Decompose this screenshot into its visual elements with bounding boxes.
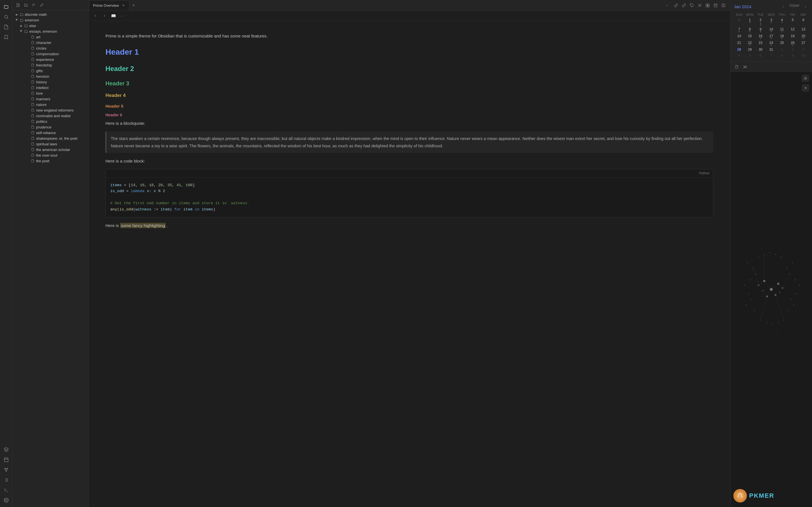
cal-day-10[interactable]: 10 — [766, 26, 776, 33]
tree-item-self-reliance[interactable]: self-reliance — [12, 130, 88, 135]
cal-day-6[interactable]: 6 — [798, 17, 809, 26]
cal-day-27[interactable]: 27 — [798, 40, 809, 47]
cal-day-5[interactable]: 5 — [788, 17, 798, 26]
cal-day-17[interactable]: 17 — [766, 33, 776, 40]
tree-item-experience[interactable]: experience — [12, 57, 88, 62]
cal-prev-button[interactable]: ‹ — [780, 3, 786, 10]
tree-item-manners[interactable]: manners — [12, 96, 88, 102]
graph-file-icon[interactable] — [733, 64, 740, 70]
activity-icon-file[interactable] — [2, 22, 11, 32]
tree-item-friendship[interactable]: friendship — [12, 62, 88, 68]
activity-icon-folder[interactable] — [2, 2, 11, 11]
tree-item-american-scholar[interactable]: the american scholar — [12, 147, 88, 152]
activity-icon-terminal[interactable] — [2, 486, 11, 495]
tree-item-new-england-reformers[interactable]: new england reformers — [12, 107, 88, 113]
cal-day-2[interactable]: 2 — [755, 17, 766, 26]
tab-prime-overview[interactable]: Prime Overview ✕ — [90, 0, 130, 10]
cal-day-24[interactable]: 24 — [766, 40, 776, 47]
graph-settings-button[interactable]: ⚙ — [802, 75, 809, 82]
cal-day-6-next[interactable]: 6 — [755, 53, 766, 58]
cal-day-3[interactable]: 3 — [766, 17, 776, 26]
activity-icon-settings[interactable] — [2, 496, 11, 505]
cal-day-31-prev[interactable]: 31 — [734, 17, 744, 26]
activity-icon-search[interactable] — [2, 12, 11, 21]
cal-day-1[interactable]: 1 — [745, 17, 755, 26]
tree-item-the-poet[interactable]: the poet — [12, 158, 88, 164]
cal-day-19[interactable]: 19 — [788, 33, 798, 40]
calendar-icon-tab[interactable] — [712, 2, 719, 9]
cal-day-7[interactable]: 7 — [734, 26, 744, 33]
cal-day-11[interactable]: 11 — [777, 26, 787, 33]
tree-item-love[interactable]: love — [12, 91, 88, 96]
cal-day-8-next[interactable]: 8 — [777, 53, 787, 58]
tree-item-history[interactable]: history — [12, 79, 88, 85]
cal-day-20[interactable]: 20 — [798, 33, 809, 40]
cal-day-30[interactable]: 30 — [755, 47, 766, 52]
cal-day-18[interactable]: 18 — [777, 33, 787, 40]
tree-item-nature[interactable]: nature — [12, 102, 88, 107]
activity-icon-bookmark[interactable] — [2, 33, 11, 42]
collapse-all-icon[interactable] — [38, 2, 45, 8]
tree-item-the-over-soul[interactable]: the over-soul — [12, 152, 88, 158]
tree-item-gifts[interactable]: gifts — [12, 68, 88, 73]
tree-item-nonimalist[interactable]: nonimalist and realist — [12, 113, 88, 119]
outline-icon[interactable] — [696, 2, 703, 9]
cal-day-26[interactable]: 26 — [788, 40, 798, 47]
cal-day-7-next[interactable]: 7 — [766, 53, 776, 58]
tree-item-intellect[interactable]: intellect — [12, 85, 88, 91]
tab-close-button[interactable]: ✕ — [121, 3, 126, 8]
tree-item-circles[interactable]: circles — [12, 45, 88, 51]
tree-item-emerson[interactable]: ▶ emerson — [12, 17, 88, 23]
cal-day-10-next[interactable]: 10 — [798, 53, 809, 58]
tree-item-heroism[interactable]: heroism — [12, 73, 88, 79]
cal-day-31[interactable]: 31 — [766, 47, 776, 52]
cal-day-29[interactable]: 29 — [745, 47, 755, 52]
cal-day-8[interactable]: 8 — [745, 26, 755, 33]
cal-day-22[interactable]: 22 — [745, 40, 755, 47]
activity-icon-calendar[interactable] — [2, 455, 11, 464]
cal-day-9-next[interactable]: 9 — [788, 53, 798, 58]
cards-icon[interactable] — [704, 2, 711, 9]
tag-icon[interactable] — [689, 2, 695, 9]
more-options-icon[interactable]: ··· — [119, 12, 126, 19]
cal-day-12[interactable]: 12 — [788, 26, 798, 33]
reading-view-icon[interactable]: 📖 — [110, 12, 117, 19]
cal-day-14[interactable]: 14 — [734, 33, 744, 40]
code-block[interactable]: items = [14, 16, 18, 20, 35, 41, 100] is… — [106, 178, 713, 217]
tree-item-art[interactable]: art — [12, 34, 88, 40]
link-icon[interactable] — [673, 2, 679, 9]
cal-day-9[interactable]: 9 — [755, 26, 766, 33]
activity-icon-layers[interactable] — [2, 445, 11, 454]
tree-item-shakespeare[interactable]: shakespeare; or, the poet — [12, 135, 88, 141]
activity-icon-list[interactable] — [2, 475, 11, 485]
cal-day-15[interactable]: 15 — [745, 33, 755, 40]
cal-day-2-next[interactable]: 2 — [788, 47, 798, 52]
tree-item-spiritual-laws[interactable]: spiritual laws — [12, 141, 88, 147]
backlink-icon[interactable] — [680, 2, 688, 9]
activity-icon-graph[interactable] — [2, 465, 11, 474]
tree-item-compensation[interactable]: compensation — [12, 51, 88, 57]
back-button[interactable] — [92, 12, 99, 19]
graph-wand-button[interactable]: ✦ — [802, 84, 809, 92]
split-view-icon[interactable] — [720, 2, 727, 9]
cal-today-button[interactable]: TODAY — [788, 3, 801, 10]
tree-item-essays-emerson[interactable]: ▶ essays, emerson — [12, 29, 88, 34]
graph-node-icon[interactable] — [742, 64, 748, 70]
tab-chevron-icon[interactable] — [664, 2, 670, 9]
cal-day-16[interactable]: 16 — [755, 33, 766, 40]
cal-day-28-today[interactable]: 28 — [734, 47, 744, 52]
new-file-icon[interactable] — [15, 2, 21, 8]
cal-day-4-next[interactable]: 4 — [734, 53, 744, 58]
forward-button[interactable] — [101, 12, 108, 19]
cal-day-3-next[interactable]: 3 — [798, 47, 809, 52]
tree-item-discrete-math[interactable]: ▶ discrete math — [12, 11, 88, 17]
cal-day-4[interactable]: 4 — [777, 17, 787, 26]
sort-icon[interactable] — [31, 2, 37, 8]
cal-day-21[interactable]: 21 — [734, 40, 744, 47]
tree-item-prudence[interactable]: prudence — [12, 124, 88, 130]
new-folder-icon[interactable] — [22, 2, 29, 8]
cal-day-5-next[interactable]: 5 — [745, 53, 755, 58]
tree-item-else[interactable]: ▶ else — [12, 23, 88, 29]
tree-item-politics[interactable]: politics — [12, 119, 88, 124]
cal-day-25[interactable]: 25 — [777, 40, 787, 47]
